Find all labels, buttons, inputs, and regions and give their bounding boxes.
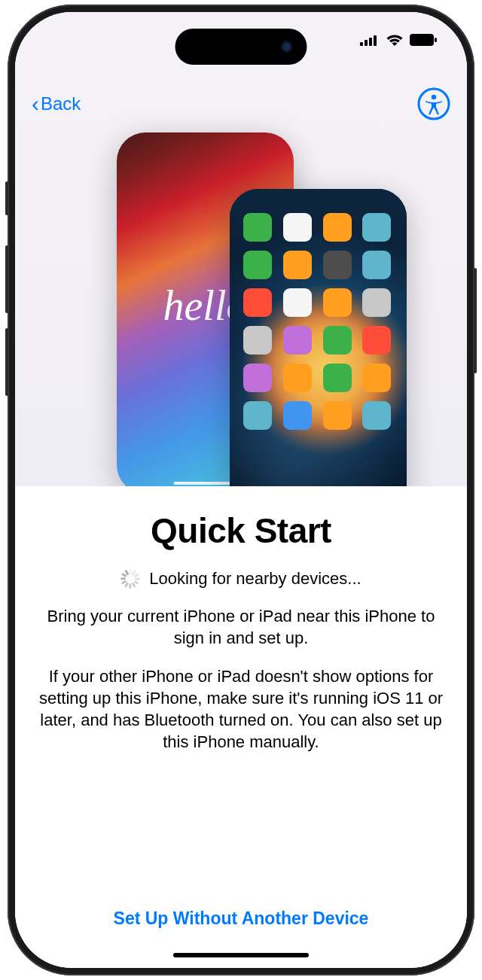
body-text-1: Bring your current iPhone or iPad near t…	[38, 605, 444, 649]
volume-up	[5, 245, 8, 313]
app-icon	[283, 401, 312, 430]
silent-switch	[5, 181, 8, 215]
app-icon	[283, 326, 312, 355]
volume-down	[5, 328, 8, 396]
spinner-icon	[120, 569, 140, 589]
status-text: Looking for nearby devices...	[149, 569, 361, 589]
svg-rect-1	[365, 40, 368, 46]
app-icon	[243, 401, 272, 430]
svg-point-7	[432, 95, 436, 99]
svg-rect-5	[435, 38, 437, 42]
power-button	[474, 268, 477, 373]
back-button[interactable]: ‹ Back	[32, 91, 81, 117]
chevron-left-icon: ‹	[32, 91, 39, 117]
battery-icon	[410, 34, 437, 46]
app-icon	[283, 288, 312, 317]
app-icon	[283, 364, 312, 392]
top-nav: ‹ Back	[15, 87, 467, 120]
accessibility-icon	[417, 87, 450, 120]
app-icon	[323, 326, 352, 355]
app-icon	[362, 213, 391, 242]
app-icon	[362, 251, 391, 279]
app-icon	[283, 251, 312, 279]
device-frame: ‹ Back hello Quick Start	[8, 5, 474, 975]
setup-without-device-button[interactable]: Set Up Without Another Device	[38, 908, 444, 929]
app-icon	[243, 251, 272, 279]
page-title: Quick Start	[38, 510, 444, 551]
app-icon	[243, 326, 272, 355]
svg-rect-4	[410, 34, 434, 46]
app-icon	[323, 288, 352, 317]
hero-illustration: hello	[15, 12, 467, 486]
app-icon	[243, 288, 272, 317]
body-text-2: If your other iPhone or iPad doesn't sho…	[38, 665, 444, 753]
home-indicator[interactable]	[173, 953, 309, 957]
app-icon	[362, 364, 391, 392]
app-icon	[323, 213, 352, 242]
app-icon	[323, 251, 352, 279]
svg-rect-3	[374, 35, 377, 46]
status-bar	[360, 33, 437, 46]
app-icon	[243, 364, 272, 392]
front-camera-icon	[280, 40, 294, 53]
svg-rect-2	[369, 38, 372, 46]
back-label: Back	[41, 93, 81, 114]
svg-rect-0	[360, 42, 363, 46]
status-row: Looking for nearby devices...	[38, 569, 444, 589]
app-icon	[283, 213, 312, 242]
app-grid	[243, 213, 393, 486]
app-icon	[323, 364, 352, 392]
app-icon	[362, 326, 391, 355]
wifi-icon	[386, 33, 404, 46]
phone-mock-homescreen	[230, 189, 407, 486]
app-icon	[362, 401, 391, 430]
dynamic-island	[175, 29, 307, 65]
content-panel: Quick Start Looking for nearby devices..…	[15, 486, 467, 968]
app-icon	[323, 401, 352, 430]
app-icon	[362, 288, 391, 317]
home-indicator-icon	[173, 482, 237, 485]
cellular-icon	[360, 34, 380, 46]
screen: ‹ Back hello Quick Start	[15, 12, 467, 968]
accessibility-button[interactable]	[417, 87, 450, 120]
app-icon	[243, 213, 272, 242]
